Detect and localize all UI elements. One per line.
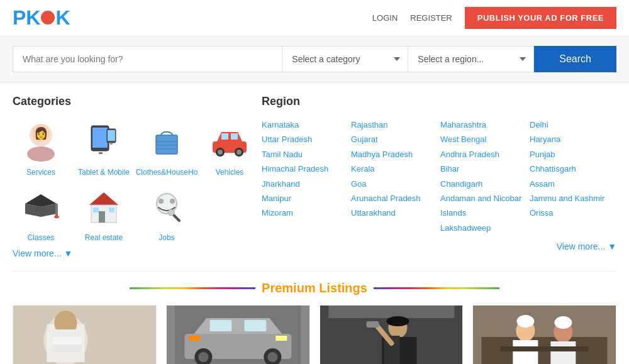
svg-point-64: [517, 315, 535, 328]
region-madhya-pradesh[interactable]: Madhya Pradesh: [351, 147, 438, 162]
region-jammu-kashmir[interactable]: Jammu and Kashmir: [530, 191, 616, 206]
search-button[interactable]: Search: [534, 46, 616, 72]
region-himachal-pradesh[interactable]: Himachal Pradesh: [262, 162, 348, 176]
region-tamil-nadu[interactable]: Tamil Nadu: [262, 147, 348, 162]
category-realestate[interactable]: Real estate: [75, 183, 132, 242]
region-rajasthan[interactable]: Rajasthan: [351, 118, 438, 132]
listing-card-4[interactable]: [472, 305, 616, 364]
svg-rect-27: [93, 207, 99, 212]
categories-grid: 👩 Services Tablet & Mob: [13, 118, 249, 242]
svg-rect-44: [244, 320, 266, 331]
listing-image-4: [473, 306, 616, 364]
svg-rect-38: [53, 337, 81, 345]
region-grid: Karnataka Uttar Pradesh Tamil Nadu Himac…: [262, 118, 616, 235]
region-andhra-pradesh[interactable]: Andhra Pradesh: [440, 147, 527, 162]
svg-rect-63: [513, 340, 538, 364]
register-link[interactable]: REGISTER: [410, 13, 452, 23]
region-karnataka[interactable]: Karnataka: [262, 118, 348, 132]
search-bar: Select a category Select a region... Sea…: [0, 36, 629, 82]
region-lakshadweep[interactable]: Lakshadweep: [440, 221, 527, 235]
listing-card-2[interactable]: [166, 305, 310, 364]
category-services[interactable]: 👩 Services: [13, 118, 69, 177]
view-more-categories[interactable]: View more... ▼: [13, 248, 249, 258]
region-maharashtra[interactable]: Maharashtra: [440, 118, 527, 132]
region-manipur[interactable]: Manipur: [262, 191, 348, 206]
classes-icon: [18, 183, 65, 230]
region-col-2: Rajasthan Gujarat Madhya Pradesh Kerala …: [351, 118, 438, 235]
svg-rect-14: [221, 133, 228, 140]
publish-button[interactable]: PUBLISH YOUR AD FOR FREE: [465, 7, 616, 29]
region-haryana[interactable]: Haryana: [530, 132, 616, 146]
svg-rect-40: [53, 345, 81, 352]
logo-text: PK: [13, 6, 40, 30]
region-arunachal-pradesh[interactable]: Arunachal Pradesh: [351, 191, 438, 206]
region-gujarat[interactable]: Gujarat: [351, 132, 438, 146]
nav-links: LOGIN REGISTER PUBLISH YOUR AD FOR FREE: [372, 7, 616, 29]
region-assam[interactable]: Assam: [530, 177, 616, 191]
region-mizoram[interactable]: Mizoram: [262, 206, 348, 220]
region-delhi[interactable]: Delhi: [530, 118, 616, 132]
region-andaman[interactable]: Andaman and Nicobar Islands: [440, 191, 527, 221]
svg-rect-68: [501, 346, 589, 351]
region-title: Region: [262, 95, 616, 108]
logo-text-k: K: [55, 6, 70, 30]
svg-point-57: [386, 316, 409, 326]
svg-rect-10: [156, 135, 177, 154]
region-jharkhand[interactable]: Jharkhand: [262, 177, 348, 191]
clothes-icon: [143, 118, 191, 165]
svg-point-19: [237, 150, 242, 155]
svg-rect-59: [366, 321, 379, 328]
login-link[interactable]: LOGIN: [372, 13, 398, 23]
category-select[interactable]: Select a category: [282, 46, 408, 72]
svg-point-17: [218, 150, 223, 155]
region-col-3: Maharashtra West Bengal Andhra Pradesh B…: [440, 118, 527, 235]
category-jobs[interactable]: Jobs: [138, 183, 195, 242]
jobs-icon: [143, 183, 191, 230]
region-kerala[interactable]: Kerala: [351, 162, 438, 176]
listing-card-1[interactable]: [13, 305, 157, 364]
svg-point-46: [198, 352, 208, 362]
premium-line-left: [130, 287, 255, 289]
search-input[interactable]: [13, 46, 282, 72]
category-tablet[interactable]: Tablet & Mobile: [75, 118, 132, 177]
services-icon: 👩: [18, 118, 65, 165]
svg-marker-24: [89, 192, 118, 205]
header: PK K LOGIN REGISTER PUBLISH YOUR AD FOR …: [0, 0, 629, 36]
classes-label: Classes: [28, 233, 55, 242]
svg-point-48: [267, 352, 277, 362]
listing-image-1: [13, 306, 156, 364]
view-more-regions[interactable]: View more... ▼: [262, 241, 616, 251]
svg-rect-5: [92, 128, 108, 148]
vehicles-label: Vehicles: [216, 168, 244, 177]
region-col-4: Delhi Haryana Punjab Chhattisgarh Assam …: [530, 118, 616, 235]
category-vehicles[interactable]: Vehicles: [201, 118, 258, 177]
premium-title: Premium Listings: [262, 281, 367, 295]
region-chandigarh[interactable]: Chandigarh: [440, 177, 527, 191]
region-col-1: Karnataka Uttar Pradesh Tamil Nadu Himac…: [262, 118, 348, 235]
region-goa[interactable]: Goa: [351, 177, 438, 191]
svg-point-31: [170, 199, 175, 204]
clothes-label: Clothes&HouseHo: [136, 168, 198, 177]
svg-rect-26: [99, 211, 105, 223]
region-orissa[interactable]: Orissa: [530, 206, 616, 220]
region-bihar[interactable]: Bihar: [440, 162, 527, 176]
region-chhattisgarh[interactable]: Chhattisgarh: [530, 162, 616, 176]
region-punjab[interactable]: Punjab: [530, 147, 616, 162]
vehicles-icon: [206, 118, 253, 165]
category-clothes[interactable]: Clothes&HouseHo: [138, 118, 195, 177]
region-uttar-pradesh[interactable]: Uttar Pradesh: [262, 132, 348, 146]
listing-card-3[interactable]: [320, 305, 464, 364]
svg-rect-53: [328, 306, 454, 318]
svg-rect-39: [53, 329, 81, 337]
svg-point-30: [159, 199, 164, 204]
tablet-icon: [81, 118, 128, 165]
region-uttarakhand[interactable]: Uttarakhand: [351, 206, 438, 220]
region-west-bengal[interactable]: West Bengal: [440, 132, 527, 146]
region-select[interactable]: Select a region...: [408, 46, 534, 72]
svg-rect-6: [99, 152, 103, 154]
listing-image-2: [167, 306, 309, 364]
svg-rect-28: [109, 207, 114, 212]
svg-rect-23: [54, 216, 59, 218]
main-content: Categories 👩 Services: [0, 82, 629, 271]
category-classes[interactable]: Classes: [13, 183, 69, 242]
